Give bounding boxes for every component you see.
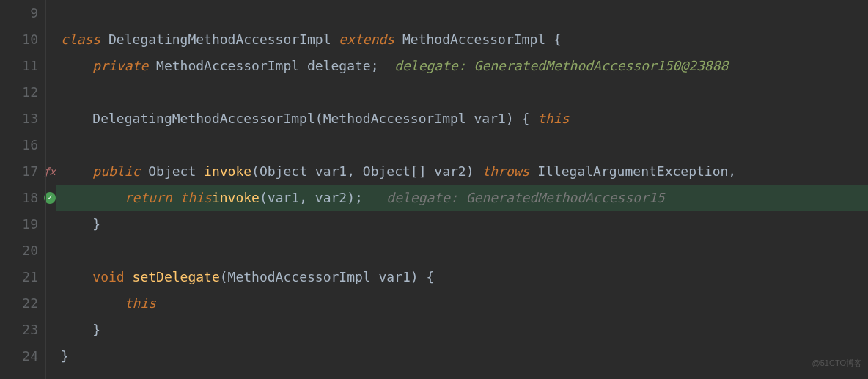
- gutter: 9 10 11 12 13 16 17ƒx 18✓ 19 20 21 22 23…: [0, 0, 45, 379]
- line-number[interactable]: 23: [0, 317, 41, 343]
- code-line[interactable]: class DelegatingMethodAccessorImpl exten…: [56, 26, 868, 53]
- inline-hint: delegate:: [394, 58, 474, 73]
- line-number[interactable]: 20: [0, 238, 41, 264]
- watermark: @51CTO博客: [812, 350, 862, 376]
- line-number[interactable]: 22: [0, 290, 41, 317]
- inline-hint-value: GeneratedMethodAccessor150@23888: [474, 58, 729, 73]
- line-number[interactable]: 11: [0, 53, 41, 79]
- code-line[interactable]: private MethodAccessorImpl delegate; del…: [56, 53, 868, 79]
- line-number[interactable]: 13: [0, 106, 41, 132]
- line-number[interactable]: 10: [0, 26, 41, 53]
- execution-line[interactable]: return thisinvoke(var1, var2); delegate:…: [56, 185, 868, 211]
- line-number[interactable]: 21: [0, 264, 41, 290]
- code-line[interactable]: [56, 132, 868, 158]
- inline-hint: delegate:: [386, 190, 466, 205]
- code-line[interactable]: this: [56, 290, 868, 317]
- code-line[interactable]: }: [56, 211, 868, 238]
- code-line[interactable]: }: [56, 317, 868, 343]
- inline-hint-value: GeneratedMethodAccessor15: [466, 190, 665, 205]
- code-area[interactable]: class DelegatingMethodAccessorImpl exten…: [45, 0, 868, 379]
- code-line[interactable]: [56, 79, 868, 106]
- line-number[interactable]: 24: [0, 343, 41, 369]
- code-line[interactable]: DelegatingMethodAccessorImpl(MethodAcces…: [56, 106, 868, 132]
- code-line[interactable]: [56, 238, 868, 264]
- code-line[interactable]: [56, 0, 868, 26]
- line-number[interactable]: 16: [0, 132, 41, 158]
- code-line[interactable]: public Object invoke(Object var1, Object…: [56, 158, 868, 185]
- line-number[interactable]: 9: [0, 0, 41, 26]
- code-line[interactable]: void setDelegate(MethodAccessorImpl var1…: [56, 264, 868, 290]
- line-number[interactable]: 19: [0, 211, 41, 238]
- code-editor: 9 10 11 12 13 16 17ƒx 18✓ 19 20 21 22 23…: [0, 0, 868, 379]
- code-line[interactable]: }: [56, 343, 868, 369]
- line-number[interactable]: 12: [0, 79, 41, 106]
- line-number[interactable]: 18✓: [0, 185, 41, 211]
- line-number[interactable]: 17ƒx: [0, 158, 41, 185]
